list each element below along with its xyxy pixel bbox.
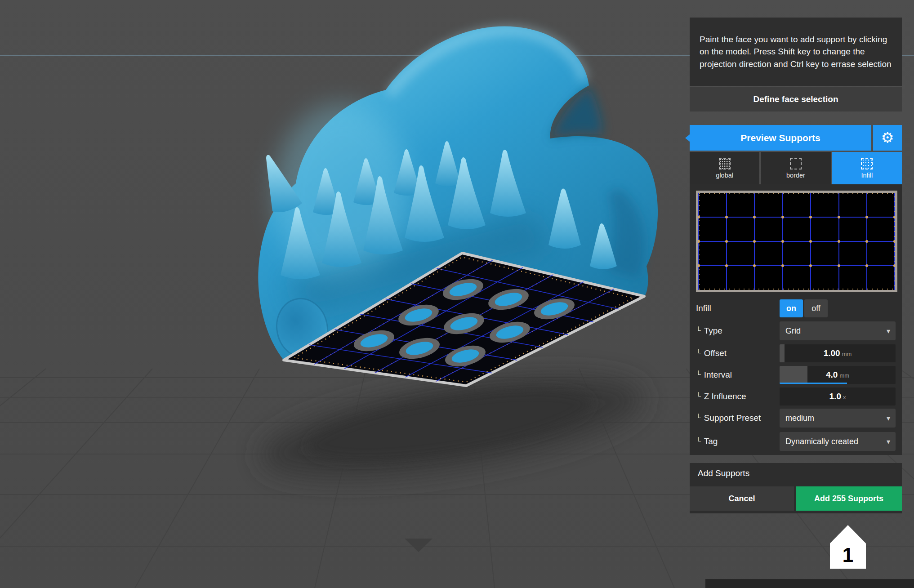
interval-label: └ Interval (696, 370, 780, 380)
panel-notch-icon (685, 134, 690, 142)
z-influence-input[interactable]: 1.0 x (780, 388, 896, 405)
gear-icon: ⚙ (881, 129, 894, 146)
bottom-right-strip (705, 579, 914, 588)
z-influence-label: └ Z Influence (696, 392, 780, 401)
support-preset-label: └ Support Preset (696, 413, 780, 423)
add-supports-button[interactable]: Add 255 Supports (796, 486, 902, 511)
interval-value: 4.0 (826, 370, 838, 380)
floor-marker (405, 539, 432, 552)
support-preset-dropdown[interactable]: medium ▾ (780, 409, 896, 428)
offset-label-text: Offset (704, 348, 727, 358)
infill-on-button[interactable]: on (780, 299, 803, 317)
offset-slider-fill (780, 344, 785, 362)
offset-input[interactable]: 1.00 mm (780, 344, 896, 362)
param-row-tag: └ Tag Dynamically created ▾ (696, 432, 896, 451)
cancel-button[interactable]: Cancel (690, 486, 794, 511)
interval-slider-fill (780, 366, 807, 384)
z-influence-unit: x (843, 394, 846, 401)
type-value: Grid (780, 326, 887, 336)
type-label: └ Type (696, 326, 780, 336)
corner-glyph: └ (696, 326, 701, 334)
support-preset-value: medium (780, 414, 887, 423)
tab-global[interactable]: global (690, 152, 759, 184)
tag-value: Dynamically created (780, 437, 887, 446)
corner-glyph: └ (696, 392, 701, 400)
tab-infill[interactable]: Infill (832, 152, 902, 184)
tab-global-label: global (716, 172, 733, 179)
offset-value: 1.00 (824, 348, 840, 358)
corner-glyph: └ (696, 370, 701, 378)
infill-off-button[interactable]: off (804, 299, 828, 317)
infill-pattern-icon (861, 158, 873, 169)
infill-preview-grid (698, 193, 895, 290)
global-pattern-icon (719, 158, 731, 169)
model-jaw[interactable] (258, 27, 658, 386)
chevron-down-icon: ▾ (887, 327, 896, 335)
callout-number: 1 (843, 545, 853, 569)
instructions-box: Paint the face you want to add support b… (690, 18, 902, 86)
tag-dropdown[interactable]: Dynamically created ▾ (780, 432, 896, 451)
tab-border-label: border (786, 172, 805, 179)
support-preset-label-text: Support Preset (704, 413, 761, 423)
interval-label-text: Interval (704, 370, 732, 380)
offset-label: └ Offset (696, 348, 780, 358)
param-row-type: └ Type Grid ▾ (696, 321, 896, 341)
corner-glyph: └ (696, 414, 701, 421)
infill-preview-canvas (696, 191, 897, 292)
tab-border[interactable]: border (761, 152, 830, 184)
interval-input[interactable]: 4.0 mm (780, 366, 896, 384)
z-influence-value: 1.0 (829, 392, 841, 401)
tab-infill-label: Infill (861, 172, 873, 179)
corner-glyph: └ (696, 437, 701, 445)
instructions-text: Paint the face you want to add support b… (690, 33, 902, 71)
interval-slider-track (780, 383, 847, 384)
z-influence-label-text: Z Influence (704, 392, 746, 401)
corner-glyph: └ (696, 349, 701, 356)
preview-supports-title: Preview Supports (740, 133, 820, 143)
chevron-down-icon: ▾ (887, 414, 896, 423)
settings-gear-button[interactable]: ⚙ (873, 125, 902, 151)
tag-label-text: Tag (704, 437, 718, 446)
param-row-z-influence: └ Z Influence 1.0 x (696, 387, 896, 406)
param-row-interval: └ Interval 4.0 mm (696, 365, 896, 385)
infill-label: Infill (696, 303, 780, 313)
define-face-selection-button[interactable]: Define face selection (690, 87, 902, 111)
type-dropdown[interactable]: Grid ▾ (780, 321, 896, 340)
interval-unit: mm (839, 372, 849, 379)
preview-tabs: global border Infill (690, 152, 902, 184)
type-label-text: Type (704, 326, 722, 336)
preview-supports-header[interactable]: Preview Supports (690, 125, 871, 151)
border-pattern-icon (790, 158, 802, 169)
infill-toggle: on off (780, 299, 828, 317)
param-row-support-preset: └ Support Preset medium ▾ (696, 408, 896, 428)
infill-label-text: Infill (696, 303, 711, 313)
chevron-down-icon: ▾ (887, 437, 896, 446)
param-row-infill: Infill on off (696, 298, 896, 318)
add-supports-title: Add Supports (698, 468, 749, 478)
offset-unit: mm (842, 351, 852, 357)
tag-label: └ Tag (696, 437, 780, 446)
param-row-offset: └ Offset 1.00 mm (696, 343, 896, 363)
